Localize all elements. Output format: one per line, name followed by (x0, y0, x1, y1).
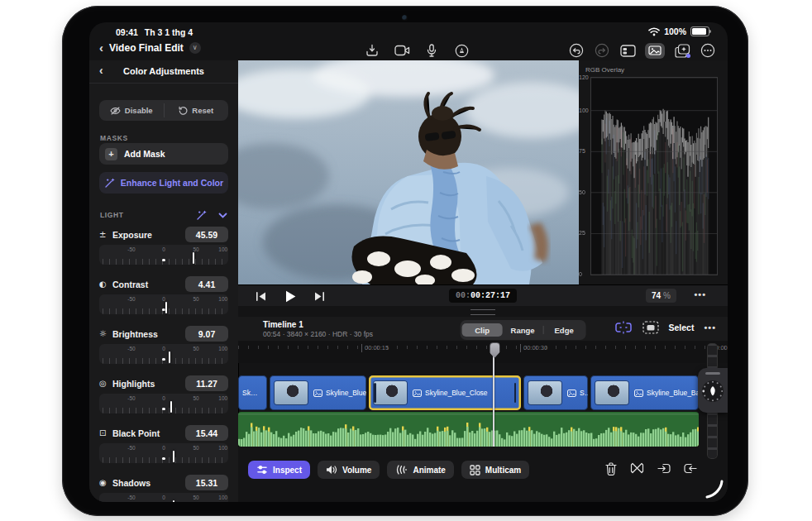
slider-value[interactable]: 11.27 (185, 375, 228, 391)
skip-forward-icon[interactable] (311, 288, 327, 304)
timeline-clip[interactable]: Skyline_Blue_Wide (270, 375, 366, 410)
status-bar: 09:41 Th 3 1 thg 4 100% (89, 22, 728, 41)
timeline-clip[interactable]: Skyline_Blue_Background (590, 375, 699, 410)
black-point-icon: ⊡ (99, 428, 112, 437)
pencil-icon[interactable] (453, 42, 470, 59)
date: Th 3 1 thg 4 (145, 27, 193, 37)
mic-icon[interactable] (423, 42, 440, 59)
disable-button[interactable]: Disable (99, 100, 164, 121)
ruler-label: 00:00:15 (361, 344, 389, 352)
animate-button[interactable]: Animate (387, 461, 453, 479)
jog-dial-icon[interactable] (700, 378, 726, 404)
inspect-icon (256, 465, 268, 475)
select-button[interactable]: Select (669, 323, 695, 332)
clip-thumbnail (595, 381, 628, 404)
slider-value[interactable]: 45.59 (185, 227, 228, 242)
mode-clip[interactable]: Clip (462, 323, 503, 337)
scale-label: 50 (193, 246, 198, 252)
scale-label: -50 (127, 246, 135, 252)
scale-label: 0 (162, 246, 165, 252)
slider-indicator[interactable] (170, 401, 172, 413)
slider-indicator[interactable] (169, 351, 170, 363)
import-icon[interactable] (364, 42, 380, 59)
timeline-more-icon[interactable]: ••• (704, 323, 716, 332)
slider-ruler[interactable]: -50050100 (99, 493, 228, 502)
scale-label: -50 (127, 495, 135, 500)
slider-indicator[interactable] (173, 500, 174, 502)
viewer-more-icon[interactable]: ••• (694, 289, 706, 299)
volume-button[interactable]: Volume (318, 461, 380, 479)
light-section-header[interactable]: LIGHT (100, 209, 227, 221)
camera-icon[interactable] (394, 42, 410, 59)
viewer-icon[interactable] (645, 43, 665, 59)
slider-indicator[interactable] (193, 252, 194, 264)
more-icon[interactable] (700, 42, 716, 59)
clip-label: Sk… (242, 389, 257, 397)
slider-ruler[interactable]: -50050100 (99, 294, 228, 314)
jog-wheel[interactable] (698, 368, 728, 413)
jog-grab-handle[interactable] (705, 372, 720, 375)
trash-icon[interactable] (603, 461, 619, 476)
slider-value[interactable]: 4.41 (185, 276, 228, 292)
slider-value[interactable]: 15.44 (185, 425, 228, 441)
blade-icon[interactable] (629, 461, 645, 476)
multicam-button[interactable]: Multicam (461, 461, 529, 479)
slider-ruler[interactable]: -50050100 (99, 245, 228, 265)
project-title[interactable]: Video Final Edit (109, 42, 184, 54)
reset-icon (179, 106, 188, 115)
slider-label: Brightness (112, 329, 185, 339)
exposure-icon: ± (99, 230, 112, 239)
slider-indicator[interactable] (173, 451, 174, 462)
overwrite-icon[interactable] (682, 461, 698, 476)
scale-label: 0 (162, 395, 165, 401)
undo-icon[interactable] (568, 42, 585, 59)
insert-icon[interactable] (656, 461, 671, 476)
slider-ruler[interactable]: -50050100 (99, 394, 228, 413)
slider-label: Exposure (112, 230, 185, 240)
magnetic-timeline-icon[interactable] (614, 321, 633, 334)
reset-button[interactable]: Reset (165, 100, 229, 121)
highlights-icon: ◎ (99, 379, 112, 388)
project-title-group[interactable]: ‹ Video Final Edit ∨ (99, 41, 201, 54)
play-icon[interactable] (282, 288, 299, 304)
rgb-overlay-scope: RGB Overlay 1201007550250 (579, 60, 728, 284)
timeline-clip[interactable]: Skyline_Blue_Close (369, 375, 521, 410)
wifi-icon (648, 26, 660, 36)
slider-value[interactable]: 9.07 (185, 326, 228, 342)
inspect-button[interactable]: Inspect (248, 461, 310, 479)
trim-handle-right[interactable] (514, 383, 517, 403)
audio-track[interactable] (238, 412, 699, 447)
trim-handle-left[interactable] (374, 383, 376, 403)
slider-indicator[interactable] (165, 302, 167, 313)
preview-video[interactable] (238, 60, 579, 284)
animate-icon (395, 465, 408, 475)
masks-section-label: MASKS (100, 134, 128, 142)
light-chevron-down-icon[interactable] (218, 213, 227, 218)
light-sliders-list: ±Exposure45.59-50050100◐Contrast4.41-500… (89, 226, 238, 502)
back-icon[interactable]: ‹ (99, 41, 103, 54)
enhance-light-color-button[interactable]: Enhance Light and Color (99, 172, 228, 194)
chevron-down-icon[interactable]: ∨ (189, 42, 201, 54)
timeline-clip[interactable]: Sk… (238, 375, 267, 410)
timeline-clip[interactable]: S… (523, 375, 588, 410)
skip-back-icon[interactable] (253, 288, 270, 304)
zoom-level-button[interactable]: 74% (646, 289, 676, 303)
overlay-clip-icon[interactable] (642, 321, 659, 334)
slider-black-point: ⊡Black Point15.44-50050100 (99, 424, 228, 463)
plus-icon: + (105, 148, 117, 160)
mode-edge[interactable]: Edge (544, 323, 585, 337)
clip-thumbnail (374, 381, 407, 404)
timeline-ruler[interactable]: 00:00:15 00:00:30 00:00:45 (238, 341, 728, 363)
slider-value[interactable]: 15.31 (185, 475, 228, 490)
effects-icon[interactable] (674, 42, 690, 59)
panel-divider[interactable] (238, 306, 728, 317)
scale-label: 0 (162, 296, 165, 302)
slider-ruler[interactable]: -50050100 (99, 443, 228, 463)
slider-ruler[interactable]: -50050100 (99, 344, 228, 364)
scale-label: 100 (218, 445, 227, 451)
ipad-device-frame: 09:41 Th 3 1 thg 4 100% ‹ Video Final Ed… (62, 6, 748, 516)
mode-range[interactable]: Range (503, 323, 543, 337)
browser-icon[interactable] (619, 42, 636, 59)
add-mask-button[interactable]: + Add Mask (99, 143, 228, 165)
divider-grip-icon[interactable] (470, 309, 495, 315)
